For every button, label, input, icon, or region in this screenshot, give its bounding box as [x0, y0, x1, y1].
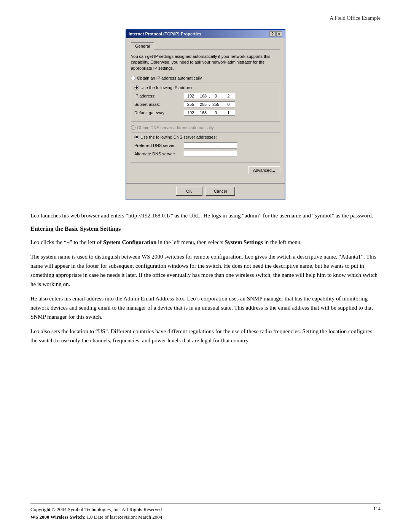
cancel-button[interactable]: Cancel [206, 187, 235, 196]
dialog-window: Internet Protocol (TCP/IP) Properties ? … [126, 29, 285, 200]
preferred-dns-sep-2: . [206, 143, 207, 148]
footer-left: Copyright © 2004 Symbol Technologies, In… [30, 506, 162, 521]
gateway-octet-2[interactable] [198, 110, 209, 115]
default-gateway-row: Default gateway: . . . [134, 110, 277, 116]
preferred-dns-input[interactable]: . . . [184, 142, 237, 149]
radio-use-following-ip-label: Use the following IP address: [140, 85, 194, 90]
dialog-close-button[interactable]: × [276, 31, 282, 37]
subnet-mask-label: Subnet mask: [134, 102, 184, 107]
advanced-btn-row: Advanced... [131, 166, 280, 174]
radio-obtain-auto-row: Obtain an IP address automatically [131, 76, 280, 80]
alternate-dns-octet-3[interactable] [207, 152, 216, 156]
intro-text: Leo launches his web browser and enters … [30, 211, 381, 220]
bold-system-settings: System Settings [225, 239, 263, 245]
default-gateway-label: Default gateway: [134, 110, 184, 115]
footer-row: Copyright © 2004 Symbol Technologies, In… [30, 506, 381, 521]
alternate-dns-octet-2[interactable] [196, 152, 205, 156]
radio-use-following-ip-circle[interactable] [134, 85, 139, 90]
radio-obtain-dns-auto-label: Obtain DNS server address automatically [137, 125, 214, 130]
section-heading: Entering the Basic System Settings [30, 225, 381, 232]
gateway-octet-4[interactable] [223, 110, 234, 115]
gateway-octet-3[interactable] [210, 110, 221, 115]
ip-octet-1[interactable] [185, 94, 196, 98]
preferred-dns-sep-3: . [217, 143, 218, 148]
preferred-dns-octet-4[interactable] [218, 143, 227, 148]
ip-octet-3[interactable] [210, 94, 221, 98]
default-gateway-input[interactable]: . . . [184, 110, 235, 116]
subnet-sep-2: . [209, 102, 210, 107]
dialog-help-button[interactable]: ? [269, 31, 276, 37]
ok-button[interactable]: OK [176, 187, 202, 196]
alternate-dns-octet-1[interactable] [185, 152, 194, 156]
ip-sep-2: . [209, 94, 210, 98]
ip-sep-1: . [196, 94, 198, 98]
radio-obtain-auto-label: Obtain an IP address automatically [137, 76, 202, 80]
subnet-sep-1: . [196, 102, 198, 107]
dialog-body: General You can get IP settings assigned… [126, 38, 285, 182]
gateway-octet-1[interactable] [185, 110, 196, 115]
preferred-dns-octet-2[interactable] [196, 143, 205, 148]
preferred-dns-sep-1: . [194, 143, 196, 148]
footer-version: : 1.0 Date of last Revision: March 2004 [84, 514, 162, 520]
advanced-button[interactable]: Advanced... [248, 166, 280, 174]
radio-obtain-auto-circle[interactable] [131, 76, 135, 80]
gateway-sep-2: . [209, 110, 210, 115]
radio-obtain-dns-auto-circle[interactable] [131, 125, 135, 130]
dialog-titlebar: Internet Protocol (TCP/IP) Properties ? … [126, 30, 285, 38]
dialog-footer: OK Cancel [126, 183, 285, 200]
preferred-dns-octet-1[interactable] [185, 143, 194, 148]
dialog-controls: ? × [269, 31, 282, 37]
gateway-sep-1: . [196, 110, 198, 115]
footer-product-line: WS 2000 Wireless Switch: 1.0 Date of las… [30, 513, 162, 521]
footer-copyright: Copyright © 2004 Symbol Technologies, In… [30, 506, 162, 513]
ip-address-input[interactable]: . . . [184, 93, 235, 99]
alternate-dns-octet-4[interactable] [218, 152, 227, 156]
subnet-octet-2[interactable] [198, 102, 209, 107]
subnet-octet-1[interactable] [185, 102, 196, 107]
ip-address-row: IP address: . . . [134, 93, 277, 99]
radio-use-dns-circle[interactable] [134, 135, 139, 139]
ip-group-box: Use the following IP address: IP address… [131, 83, 280, 121]
paragraph-4: Leo also sets the location to “US”. Diff… [30, 327, 381, 345]
footer-page-number: 114 [373, 506, 381, 512]
dialog-title: Internet Protocol (TCP/IP) Properties [129, 32, 201, 36]
ip-octet-2[interactable] [198, 94, 209, 98]
footer-product: WS 2000 Wireless Switch [30, 514, 84, 520]
ip-address-label: IP address: [134, 94, 184, 98]
subnet-octet-4[interactable] [223, 102, 234, 107]
gateway-sep-3: . [221, 110, 223, 115]
paragraph-1: Leo clicks the “+” to the left of System… [30, 238, 381, 247]
radio-use-dns-label: Use the following DNS server addresses: [140, 135, 217, 139]
preferred-dns-octet-3[interactable] [207, 143, 216, 148]
radio-obtain-dns-auto[interactable]: Obtain DNS server address automatically [131, 125, 280, 130]
paragraph-2: The system name is used to distinguish b… [30, 252, 381, 289]
page-header: A Field Office Example [30, 15, 381, 21]
preferred-dns-row: Preferred DNS server: . . . [134, 142, 277, 149]
ip-sep-3: . [221, 94, 223, 98]
subnet-mask-row: Subnet mask: . . . [134, 101, 277, 107]
page-footer: Copyright © 2004 Symbol Technologies, In… [30, 503, 381, 521]
radio-use-dns[interactable]: Use the following DNS server addresses: [134, 135, 277, 139]
alternate-dns-row: Alternate DNS server: . . . [134, 151, 277, 157]
radio-use-following-ip[interactable]: Use the following IP address: [134, 85, 277, 90]
subnet-mask-input[interactable]: . . . [184, 101, 235, 107]
subnet-octet-3[interactable] [210, 102, 221, 107]
header-title: A Field Office Example [330, 15, 381, 21]
alternate-dns-sep-1: . [194, 152, 196, 156]
tab-bar: General [131, 42, 280, 50]
paragraph-3: He also enters his email address into th… [30, 294, 381, 321]
ip-octet-4[interactable] [223, 94, 234, 98]
alternate-dns-input[interactable]: . . . [184, 151, 237, 157]
tab-general[interactable]: General [131, 42, 154, 50]
dialog-description: You can get IP settings assigned automat… [131, 54, 280, 71]
radio-obtain-auto[interactable]: Obtain an IP address automatically [131, 76, 280, 80]
preferred-dns-label: Preferred DNS server: [134, 143, 184, 148]
alternate-dns-label: Alternate DNS server: [134, 152, 184, 156]
dns-obtain-auto-row: Obtain DNS server address automatically [131, 125, 280, 130]
subnet-sep-3: . [221, 102, 223, 107]
dns-group-box: Use the following DNS server addresses: … [131, 132, 280, 163]
dialog-container: Internet Protocol (TCP/IP) Properties ? … [30, 29, 381, 200]
bold-system-configuration: System Configuration [103, 239, 156, 245]
alternate-dns-sep-3: . [217, 152, 218, 156]
alternate-dns-sep-2: . [206, 152, 207, 156]
